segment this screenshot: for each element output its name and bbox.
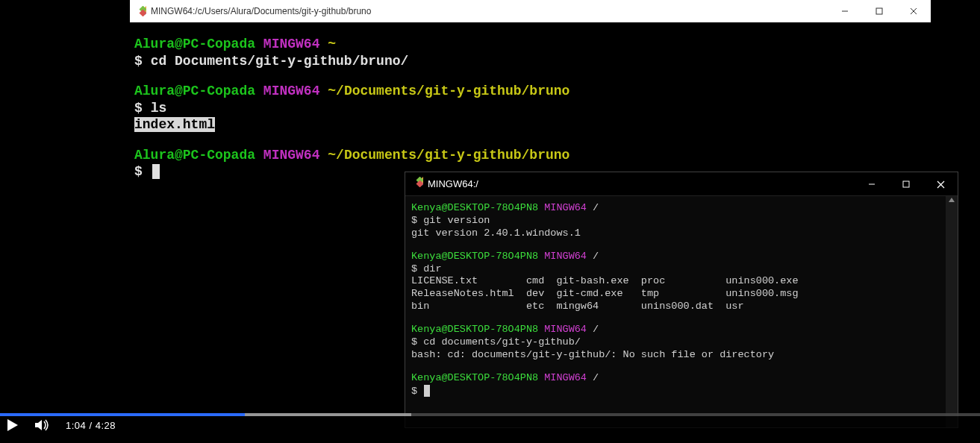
svg-marker-16 xyxy=(949,198,955,202)
command-line: $ dir xyxy=(411,263,952,276)
app-icon xyxy=(413,177,423,191)
output-line: index.html xyxy=(134,116,926,133)
prompt-system: MINGW64 xyxy=(544,202,587,213)
terminal-content[interactable]: Alura@PC-Copada MINGW64 ~ $ cd Documents… xyxy=(130,22,931,185)
prompt-system: MINGW64 xyxy=(544,372,587,383)
cursor xyxy=(152,164,160,179)
minimize-button[interactable] xyxy=(828,0,862,22)
prompt-user: Alura@PC-Copada xyxy=(134,84,255,98)
error-output: bash: cd: documents/git-y-github/: No su… xyxy=(411,349,952,362)
close-button[interactable] xyxy=(896,0,931,22)
command-text: cd documents/git-y-github/ xyxy=(423,336,581,348)
scrollbar[interactable] xyxy=(946,196,958,427)
svg-marker-18 xyxy=(35,420,42,430)
prompt-char: $ xyxy=(411,336,417,348)
prompt-user: Kenya@DESKTOP-78O4PN8 xyxy=(411,202,538,213)
maximize-button[interactable] xyxy=(862,0,896,22)
time-display: 1:04 / 4:28 xyxy=(66,420,116,431)
titlebar[interactable]: MINGW64:/c/Users/Alura/Documents/git-y-g… xyxy=(130,0,931,22)
progress-bar[interactable] xyxy=(0,413,980,416)
prompt-line: Kenya@DESKTOP-78O4PN8 MINGW64 / xyxy=(411,324,952,336)
prompt-user: Kenya@DESKTOP-78O4PN8 xyxy=(411,251,538,262)
prompt-char: $ xyxy=(134,164,143,179)
prompt-user: Alura@PC-Copada xyxy=(134,37,255,51)
prompt-path: / xyxy=(593,202,599,213)
maximize-button[interactable] xyxy=(889,172,923,196)
window-controls xyxy=(855,172,958,196)
minimize-button[interactable] xyxy=(855,172,889,196)
prompt-system: MINGW64 xyxy=(544,251,587,262)
time-separator: / xyxy=(89,420,95,431)
window-title: MINGW64:/c/Users/Alura/Documents/git-y-g… xyxy=(151,6,371,16)
titlebar[interactable]: MINGW64:/ xyxy=(405,172,958,196)
prompt-user: Kenya@DESKTOP-78O4PN8 xyxy=(411,372,538,383)
command-line: $ git version xyxy=(411,215,952,227)
svg-rect-13 xyxy=(903,181,909,187)
prompt-line: Alura@PC-Copada MINGW64 ~/Documents/git-… xyxy=(134,147,926,164)
command-text: cd Documents/git-y-github/bruno/ xyxy=(151,54,409,69)
output-line: git version 2.40.1.windows.1 xyxy=(411,227,952,240)
prompt-path: ~ xyxy=(328,37,336,51)
command-line: $ cd documents/git-y-github/ xyxy=(411,336,952,349)
app-icon xyxy=(136,6,146,16)
prompt-system: MINGW64 xyxy=(263,148,320,163)
svg-marker-17 xyxy=(7,419,18,431)
scroll-up-button[interactable] xyxy=(946,196,958,208)
prompt-path: ~/Documents/git-y-github/bruno xyxy=(328,148,569,163)
window-title: MINGW64:/ xyxy=(428,178,478,189)
progress-played xyxy=(0,413,245,416)
prompt-line: Kenya@DESKTOP-78O4PN8 MINGW64 / xyxy=(411,372,952,385)
command-text: dir xyxy=(423,263,441,274)
volume-button[interactable] xyxy=(34,418,51,433)
play-button[interactable] xyxy=(6,418,19,433)
prompt-char: $ xyxy=(411,263,417,274)
svg-rect-5 xyxy=(876,8,882,14)
video-player-controls: 1:04 / 4:28 xyxy=(0,413,980,443)
prompt-path: ~/Documents/git-y-github/bruno xyxy=(328,84,569,98)
prompt-system: MINGW64 xyxy=(263,84,320,98)
prompt-user: Kenya@DESKTOP-78O4PN8 xyxy=(411,324,538,335)
prompt-path: / xyxy=(593,324,599,335)
prompt-char: $ xyxy=(134,101,143,116)
close-button[interactable] xyxy=(923,172,958,196)
prompt-char: $ xyxy=(134,54,143,69)
window-controls xyxy=(828,0,931,22)
prompt-char: $ xyxy=(411,385,417,396)
prompt-line: Alura@PC-Copada MINGW64 ~ xyxy=(134,36,926,53)
terminal-content[interactable]: Kenya@DESKTOP-78O4PN8 MINGW64 / $ git ve… xyxy=(405,196,958,427)
prompt-system: MINGW64 xyxy=(544,324,587,335)
prompt-path: / xyxy=(593,372,599,383)
prompt-line: Alura@PC-Copada MINGW64 ~/Documents/git-… xyxy=(134,83,926,100)
command-line: $ cd Documents/git-y-github/bruno/ xyxy=(134,53,926,70)
dir-listing: LICENSE.txt cmd git-bash.exe proc unins0… xyxy=(411,275,952,313)
file-listing: index.html xyxy=(134,117,215,132)
terminal-window-foreground: MINGW64:/ Kenya@DESKTOP-78O4PN8 MINGW64 … xyxy=(405,172,958,428)
cursor xyxy=(424,385,430,397)
prompt-line: Kenya@DESKTOP-78O4PN8 MINGW64 / xyxy=(411,202,952,215)
command-text: git version xyxy=(423,215,490,226)
prompt-user: Alura@PC-Copada xyxy=(134,148,255,163)
command-line: $ xyxy=(411,385,952,398)
video-controls-row: 1:04 / 4:28 xyxy=(6,418,116,433)
total-duration: 4:28 xyxy=(96,420,116,431)
prompt-line: Kenya@DESKTOP-78O4PN8 MINGW64 / xyxy=(411,251,952,263)
current-time: 1:04 xyxy=(66,420,86,431)
command-text: ls xyxy=(151,101,167,116)
prompt-char: $ xyxy=(411,215,417,226)
command-line: $ ls xyxy=(134,100,926,117)
prompt-system: MINGW64 xyxy=(263,37,320,51)
prompt-path: / xyxy=(593,251,599,262)
